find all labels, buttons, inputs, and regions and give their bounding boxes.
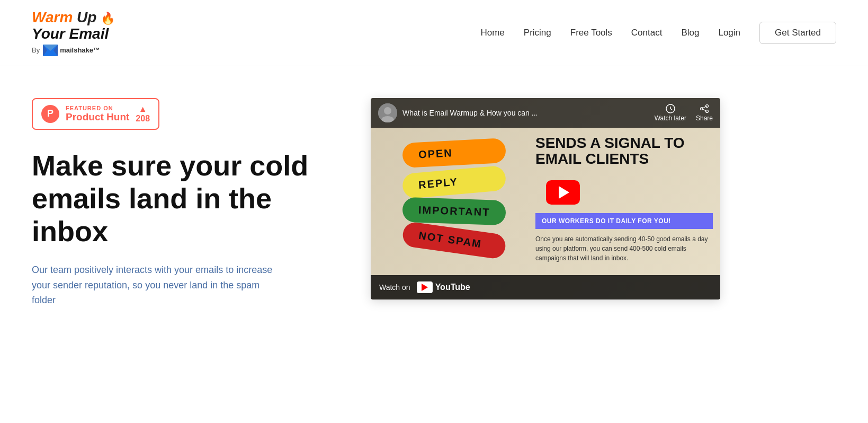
nav-free-tools[interactable]: Free Tools <box>570 28 612 38</box>
video-container[interactable]: What is Email Warmup & How you can ... W… <box>371 98 720 299</box>
nav-login[interactable]: Login <box>718 28 740 38</box>
video-description: Once you are automatically sending 40-50… <box>535 234 713 263</box>
youtube-logo: YouTube <box>417 281 470 293</box>
nav-contact[interactable]: Contact <box>631 28 663 38</box>
logo-by-line: By mailshake™ <box>32 45 100 56</box>
header: Warm Up 🔥 Your Email By mailshake™ Home … <box>0 0 868 66</box>
hero-subheadline: Our team positively interacts with your … <box>32 262 286 308</box>
sticker-important: IMPORTANT <box>402 197 506 225</box>
logo-up: Up <box>73 9 96 25</box>
nav-home[interactable]: Home <box>480 28 504 38</box>
sticker-open: OPEN <box>402 138 507 168</box>
watch-on-text: Watch on <box>379 283 410 292</box>
video-stickers: OPEN REPLY IMPORTANT NOT SPAM <box>402 140 506 253</box>
flame-icon: 🔥 <box>101 12 115 25</box>
logo-warm: Warm <box>32 9 73 25</box>
watch-later-btn[interactable]: Watch later <box>655 104 686 122</box>
video-right-content: SENDS A SIGNAL TO EMAIL CLIENTS OUR WORK… <box>528 130 720 269</box>
nav-pricing[interactable]: Pricing <box>524 28 551 38</box>
get-started-button[interactable]: Get Started <box>759 22 836 44</box>
sticker-reply: REPLY <box>401 165 507 199</box>
video-title: What is Email Warmup & How you can ... <box>402 109 649 117</box>
mailshake-logo: mailshake™ <box>43 45 100 56</box>
hero-right: What is Email Warmup & How you can ... W… <box>371 98 720 299</box>
nav-blog[interactable]: Blog <box>681 28 699 38</box>
video-top-bar: What is Email Warmup & How you can ... W… <box>371 98 720 128</box>
video-avatar <box>378 103 397 122</box>
logo-your-email: Your Email <box>32 26 115 42</box>
video-actions: Watch later Share <box>655 104 713 122</box>
ph-count-area: ▲ 208 <box>136 104 150 124</box>
logo: Warm Up 🔥 Your Email By mailshake™ <box>32 10 115 56</box>
sticker-not-spam: NOT SPAM <box>401 221 507 260</box>
watch-later-label: Watch later <box>655 114 686 122</box>
by-label: By <box>32 46 40 54</box>
hero-headline: Make sure your cold emails land in the i… <box>32 149 328 248</box>
product-hunt-badge[interactable]: P FEATURED ON Product Hunt ▲ 208 <box>32 98 159 130</box>
youtube-label: YouTube <box>435 283 470 292</box>
play-triangle-icon <box>559 186 569 199</box>
ph-product-hunt-label: Product Hunt <box>66 111 129 123</box>
svg-point-5 <box>384 107 391 114</box>
share-label: Share <box>696 114 713 122</box>
hero-left: P FEATURED ON Product Hunt ▲ 208 Make su… <box>32 98 328 309</box>
ph-featured-label: FEATURED ON <box>66 105 129 111</box>
yt-play-icon <box>422 284 428 291</box>
ph-arrow-icon: ▲ <box>139 104 147 114</box>
product-hunt-icon: P <box>41 105 59 123</box>
video-cta: OUR WORKERS DO IT DAILY FOR YOU! <box>535 213 713 229</box>
mailshake-name: mailshake™ <box>60 46 100 54</box>
main-nav: Home Pricing Free Tools Contact Blog Log… <box>480 22 836 44</box>
video-sends-signal: SENDS A SIGNAL TO EMAIL CLIENTS <box>535 135 713 168</box>
share-btn[interactable]: Share <box>696 104 713 122</box>
youtube-play-button[interactable] <box>546 180 580 205</box>
svg-line-9 <box>670 109 672 110</box>
video-preview[interactable]: What is Email Warmup & How you can ... W… <box>371 98 720 299</box>
ph-count: 208 <box>136 114 150 124</box>
main-content: P FEATURED ON Product Hunt ▲ 208 Make su… <box>0 66 868 330</box>
mailshake-icon <box>43 45 58 56</box>
video-bottom-bar: Watch on YouTube <box>371 275 720 299</box>
ph-text: FEATURED ON Product Hunt <box>66 105 129 123</box>
youtube-icon <box>417 281 433 293</box>
